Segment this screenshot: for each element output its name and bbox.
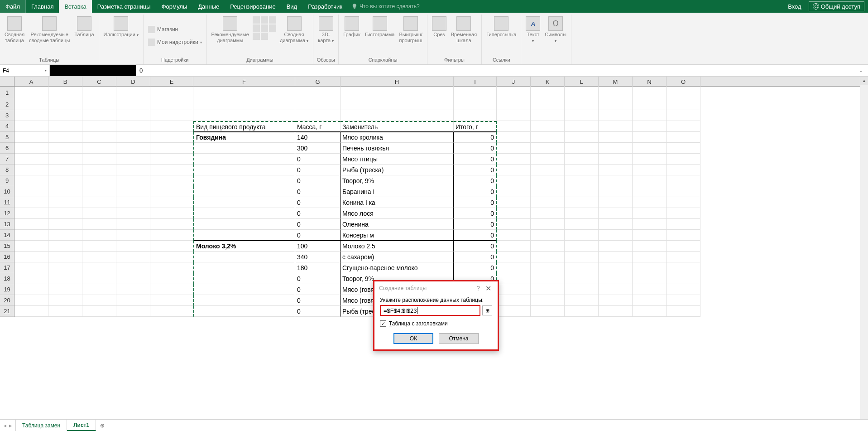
cell-C4[interactable]	[82, 121, 116, 132]
cell-C5[interactable]	[82, 132, 116, 143]
cell-J1[interactable]	[497, 87, 531, 99]
cell-A8[interactable]	[14, 165, 48, 175]
cell-O20[interactable]	[667, 295, 700, 306]
cell-L16[interactable]	[565, 252, 599, 262]
cell-F1[interactable]: Таблица замен	[193, 87, 295, 99]
cell-N12[interactable]	[633, 208, 667, 219]
cell-D3[interactable]	[116, 110, 150, 121]
cell-N13[interactable]	[633, 219, 667, 230]
recommended-pivot-button[interactable]: Рекомендуемые сводные таблицы	[27, 15, 72, 44]
sheet-tab-2[interactable]: Лист1	[67, 420, 96, 431]
cell-I2[interactable]	[454, 99, 497, 110]
cell-K1[interactable]	[531, 87, 565, 99]
cell-F10[interactable]	[193, 186, 295, 197]
cell-E2[interactable]	[150, 99, 193, 110]
cell-M14[interactable]	[599, 230, 633, 241]
col-header-L[interactable]: L	[565, 77, 599, 87]
cell-J7[interactable]	[497, 154, 531, 165]
cell-K2[interactable]	[531, 99, 565, 110]
cell-K4[interactable]	[531, 121, 565, 132]
row-header-2[interactable]: 2	[0, 99, 14, 110]
cell-E12[interactable]	[150, 208, 193, 219]
cell-I9[interactable]: 0	[454, 175, 497, 186]
cell-H14[interactable]: Консеры м	[340, 230, 454, 241]
cell-B7[interactable]	[48, 154, 82, 165]
cell-B15[interactable]	[48, 241, 82, 252]
col-header-C[interactable]: C	[82, 77, 116, 87]
cell-I5[interactable]: 0	[454, 132, 497, 143]
cell-B8[interactable]	[48, 165, 82, 175]
cell-H15[interactable]: Молоко 2,5	[340, 241, 454, 252]
cell-L11[interactable]	[565, 197, 599, 208]
cell-N4[interactable]	[633, 121, 667, 132]
cell-L20[interactable]	[565, 295, 599, 306]
cell-D5[interactable]	[116, 132, 150, 143]
col-header-O[interactable]: O	[667, 77, 700, 87]
cell-G3[interactable]	[295, 110, 340, 121]
cell-B12[interactable]	[48, 208, 82, 219]
cell-I16[interactable]: 0	[454, 252, 497, 262]
scroll-up-icon[interactable]: ▲	[860, 77, 868, 85]
cell-J9[interactable]	[497, 175, 531, 186]
row-header-17[interactable]: 17	[0, 262, 14, 273]
hyperlink-button[interactable]: Гиперссылка	[484, 15, 518, 39]
cell-A17[interactable]	[14, 262, 48, 273]
tab-view[interactable]: Вид	[281, 0, 303, 13]
cell-M11[interactable]	[599, 197, 633, 208]
cell-I7[interactable]: 0	[454, 154, 497, 165]
cell-M20[interactable]	[599, 295, 633, 306]
col-header-F[interactable]: F	[193, 77, 295, 87]
row-header-10[interactable]: 10	[0, 186, 14, 197]
cell-B4[interactable]	[48, 121, 82, 132]
cell-C14[interactable]	[82, 230, 116, 241]
name-box[interactable]: F4▾	[0, 65, 50, 76]
cell-E14[interactable]	[150, 230, 193, 241]
vertical-scrollbar[interactable]: ▲	[860, 77, 868, 419]
cell-O21[interactable]	[667, 306, 700, 317]
cell-K9[interactable]	[531, 175, 565, 186]
cell-F13[interactable]	[193, 219, 295, 230]
cell-O15[interactable]	[667, 241, 700, 252]
add-sheet-button[interactable]: ⊕	[96, 420, 109, 431]
cell-A20[interactable]	[14, 295, 48, 306]
cell-I12[interactable]: 0	[454, 208, 497, 219]
cell-A12[interactable]	[14, 208, 48, 219]
cell-F12[interactable]	[193, 208, 295, 219]
share-button[interactable]: Общий доступ	[809, 1, 864, 11]
cell-M8[interactable]	[599, 165, 633, 175]
cell-O19[interactable]	[667, 284, 700, 295]
cell-C8[interactable]	[82, 165, 116, 175]
pivot-chart-button[interactable]: Сводная диаграмма ▾	[278, 15, 310, 44]
cell-A21[interactable]	[14, 306, 48, 317]
cell-D4[interactable]	[116, 121, 150, 132]
cell-M21[interactable]	[599, 306, 633, 317]
row-header-13[interactable]: 13	[0, 219, 14, 230]
cell-E1[interactable]	[150, 87, 193, 99]
cell-O13[interactable]	[667, 219, 700, 230]
cell-C9[interactable]	[82, 175, 116, 186]
cell-I17[interactable]: 0	[454, 262, 497, 273]
cell-I14[interactable]: 0	[454, 230, 497, 241]
cell-B13[interactable]	[48, 219, 82, 230]
cell-H7[interactable]: Мясо птицы	[340, 154, 454, 165]
cell-K3[interactable]	[531, 110, 565, 121]
cell-A13[interactable]	[14, 219, 48, 230]
cell-A4[interactable]	[14, 121, 48, 132]
cell-F5[interactable]: Говядина	[193, 132, 295, 143]
cell-L8[interactable]	[565, 165, 599, 175]
cell-F4[interactable]: Вид пищевого продукта	[193, 121, 295, 132]
cell-K21[interactable]	[531, 306, 565, 317]
cell-N18[interactable]	[633, 273, 667, 284]
cell-F18[interactable]	[193, 273, 295, 284]
cell-H9[interactable]: Творог, 9%	[340, 175, 454, 186]
ok-button[interactable]: ОК	[393, 333, 433, 344]
row-header-1[interactable]: 1	[0, 87, 14, 99]
row-header-16[interactable]: 16	[0, 252, 14, 262]
login-button[interactable]: Вход	[784, 3, 805, 10]
store-button[interactable]: Магазин	[146, 25, 180, 34]
row-header-8[interactable]: 8	[0, 165, 14, 175]
cell-H5[interactable]: Мясо кролика	[340, 132, 454, 143]
cell-O11[interactable]	[667, 197, 700, 208]
cell-M17[interactable]	[599, 262, 633, 273]
cell-O2[interactable]	[667, 99, 700, 110]
